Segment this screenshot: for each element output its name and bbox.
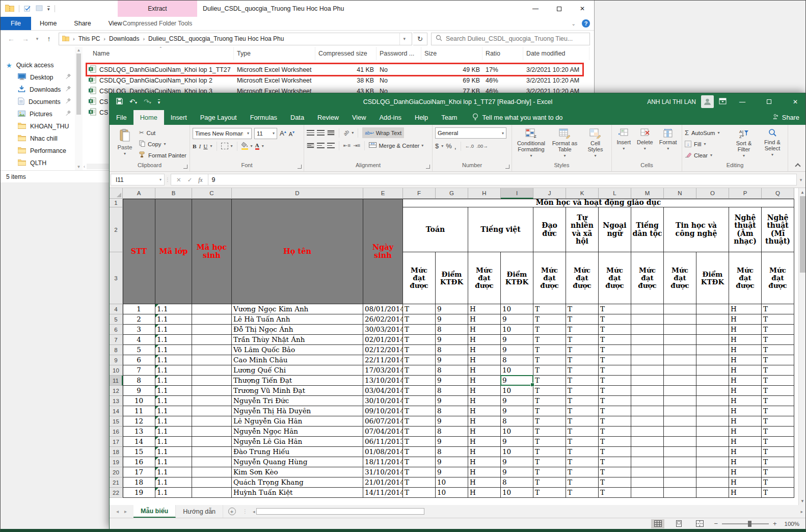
cell-N19[interactable]	[631, 457, 664, 467]
cell-M10[interactable]: T	[599, 365, 631, 376]
cell-O15[interactable]	[664, 416, 696, 427]
subheader-muc-dat-duoc[interactable]: Mức đạt được	[631, 252, 664, 304]
cell-C14[interactable]	[192, 406, 232, 416]
cell-H11[interactable]: 9	[436, 376, 468, 386]
cell-G6[interactable]: T	[403, 325, 436, 335]
increase-font-icon[interactable]: A▴	[280, 129, 286, 137]
back-button[interactable]: ←	[5, 33, 18, 45]
search-input[interactable]: Search Dulieu_CSDL_quocgia_Truong Tieu..…	[431, 33, 590, 45]
sidebar-item-downloads[interactable]: Downloads	[1, 84, 75, 96]
increase-decimal-icon[interactable]: ←.0	[465, 143, 474, 149]
cell-undefined11[interactable]: T	[762, 376, 794, 386]
excel-tab-view[interactable]: View	[345, 110, 373, 125]
cell-undefined22[interactable]: T	[762, 488, 794, 498]
cell-J6[interactable]: 10	[501, 325, 533, 335]
cell-H17[interactable]: 9	[436, 437, 468, 447]
excel-tab-add-ins[interactable]: Add-ins	[373, 110, 408, 125]
cell-D15[interactable]: Lê Nguyễn Gia Hân	[232, 416, 363, 427]
cell-O17[interactable]	[664, 437, 696, 447]
cell-undefined6[interactable]: T	[762, 325, 794, 335]
cell-G14[interactable]: T	[403, 406, 436, 416]
customize-quick-access-icon[interactable]: ▾	[47, 6, 50, 11]
cell-I13[interactable]: H	[468, 396, 501, 406]
cell-P17[interactable]	[696, 437, 729, 447]
cell-Q20[interactable]: H	[729, 467, 762, 477]
cell-L13[interactable]: T	[566, 396, 599, 406]
row-header-20[interactable]: 20	[110, 467, 123, 477]
cell-P6[interactable]	[696, 325, 729, 335]
redo-icon[interactable]: ↷▾	[144, 98, 151, 105]
cell-E13[interactable]: 30/10/2014	[363, 396, 403, 406]
address-bar[interactable]: › This PC › Downloads › Dulieu_CSDL_quoc…	[59, 33, 412, 45]
cell-H8[interactable]: 8	[436, 345, 468, 355]
underline-button[interactable]: U	[203, 143, 207, 149]
row-header-12[interactable]: 12	[110, 386, 123, 396]
copy-button[interactable]: Copy▾	[139, 139, 186, 149]
cell-P20[interactable]	[696, 467, 729, 477]
sheet-prev-icon[interactable]: ◂	[116, 509, 119, 514]
cell-I15[interactable]: H	[468, 416, 501, 427]
paste-button[interactable]: Paste▾	[112, 127, 138, 162]
new-sheet-button[interactable]: +	[223, 505, 240, 518]
col-header-N[interactable]: N	[664, 188, 696, 199]
cell-P16[interactable]	[696, 427, 729, 437]
subheader-muc-dat-duoc[interactable]: Mức đạt được	[729, 252, 762, 304]
cell-A21[interactable]: 18	[123, 477, 155, 488]
file-row[interactable]: XCSDLQG_DanhGiaCuoiNam_Khoi lop 1_TT27Mi…	[83, 64, 594, 75]
increase-indent-icon[interactable]: ⇥≡	[353, 143, 360, 148]
cell-M16[interactable]: T	[599, 427, 631, 437]
cell-H6[interactable]: 8	[436, 325, 468, 335]
cell-J7[interactable]: 9	[501, 335, 533, 345]
sidebar-item-documents[interactable]: Documents	[1, 96, 75, 108]
help-icon[interactable]: ?	[582, 19, 590, 28]
cell-I7[interactable]: H	[468, 335, 501, 345]
cell-C13[interactable]	[192, 396, 232, 406]
sidebar-item-qlth[interactable]: QLTH	[1, 157, 75, 169]
cell-B14[interactable]: 1.1	[155, 406, 192, 416]
row-header-16[interactable]: 16	[110, 427, 123, 437]
row-header-6[interactable]: 6	[110, 325, 123, 335]
cell-A20[interactable]: 17	[123, 467, 155, 477]
cell-Q17[interactable]: H	[729, 437, 762, 447]
subheader-muc-dat-duoc[interactable]: Mức đạt được	[566, 252, 599, 304]
cell-M4[interactable]: T	[599, 304, 631, 314]
percent-icon[interactable]: %	[446, 142, 452, 150]
subject-header[interactable]: Tiếng việt	[468, 207, 533, 252]
cell-B5[interactable]: 1.1	[155, 314, 192, 325]
cell-L4[interactable]: T	[566, 304, 599, 314]
cell-P15[interactable]	[696, 416, 729, 427]
cell-K17[interactable]: T	[533, 437, 566, 447]
cell-I8[interactable]: H	[468, 345, 501, 355]
cell-D18[interactable]: Đào Trung Hiếu	[232, 447, 363, 457]
cell-C4[interactable]	[192, 304, 232, 314]
cell-I4[interactable]: H	[468, 304, 501, 314]
scroll-down-icon[interactable]: ▼	[77, 165, 81, 169]
cell-C16[interactable]	[192, 427, 232, 437]
cell-J4[interactable]: 10	[501, 304, 533, 314]
cell-D10[interactable]: Lương Quế Chi	[232, 365, 363, 376]
row-header-3[interactable]: 3	[110, 252, 123, 304]
cell-G15[interactable]: T	[403, 416, 436, 427]
cell-A8[interactable]: 5	[123, 345, 155, 355]
cell-H18[interactable]: 8	[436, 447, 468, 457]
header-ma-lop[interactable]: Mã lớp	[155, 199, 192, 304]
cell-I9[interactable]: H	[468, 355, 501, 365]
cell-undefined9[interactable]: T	[762, 355, 794, 365]
cell-D12[interactable]: Trương Vũ Minh Đạt	[232, 386, 363, 396]
cell-D11[interactable]: Thượng Tiến Đạt	[232, 376, 363, 386]
column-header-date-modified[interactable]: Date modified	[523, 47, 589, 60]
cell-N4[interactable]	[631, 304, 664, 314]
cell-P10[interactable]	[696, 365, 729, 376]
cell-I6[interactable]: H	[468, 325, 501, 335]
cell-N10[interactable]	[631, 365, 664, 376]
excel-tab-formulas[interactable]: Formulas	[244, 110, 284, 125]
cell-J8[interactable]: 9	[501, 345, 533, 355]
align-right-icon[interactable]	[327, 143, 335, 148]
cell-L22[interactable]: T	[566, 488, 599, 498]
cell-C6[interactable]	[192, 325, 232, 335]
explorer-minimize-button[interactable]: —	[524, 1, 547, 17]
row-header-21[interactable]: 21	[110, 477, 123, 488]
font-size-select[interactable]: 11▾	[254, 128, 277, 139]
cell-I18[interactable]: H	[468, 447, 501, 457]
row-header-4[interactable]: 4	[110, 304, 123, 314]
